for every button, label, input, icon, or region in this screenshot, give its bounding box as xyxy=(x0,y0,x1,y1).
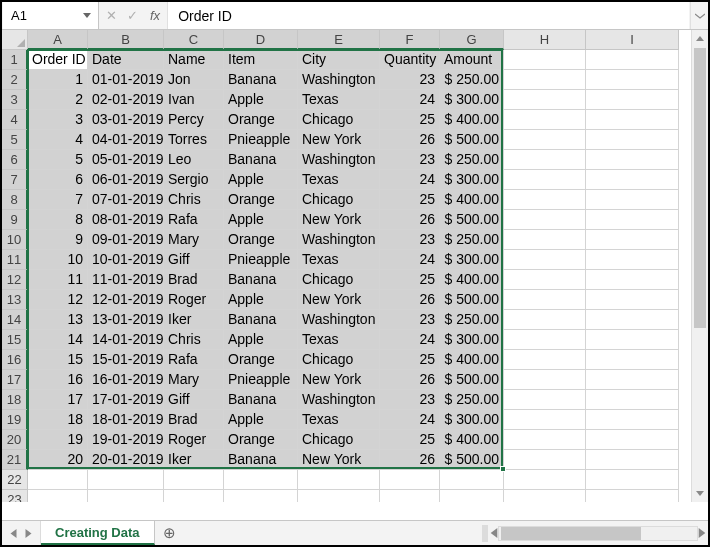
cell[interactable] xyxy=(504,110,586,130)
col-header-B[interactable]: B xyxy=(88,30,164,50)
row-header-5[interactable]: 5 xyxy=(2,130,28,150)
add-sheet-button[interactable]: ⊕ xyxy=(155,521,185,545)
sheet-prev-icon[interactable] xyxy=(10,529,17,538)
cell[interactable]: 25 xyxy=(380,110,440,130)
cell[interactable]: 2 xyxy=(28,90,88,110)
cell[interactable]: Orange xyxy=(224,190,298,210)
cell[interactable]: Amount xyxy=(440,50,504,70)
cell[interactable]: $ 400.00 xyxy=(440,350,504,370)
cell[interactable]: Apple xyxy=(224,290,298,310)
cell[interactable] xyxy=(504,130,586,150)
cell[interactable]: 20 xyxy=(28,450,88,470)
cell[interactable] xyxy=(586,250,679,270)
cell[interactable] xyxy=(586,170,679,190)
cell[interactable]: 23 xyxy=(380,150,440,170)
cell[interactable]: Rafa xyxy=(164,210,224,230)
cell[interactable]: 09-01-2019 xyxy=(88,230,164,250)
cell[interactable]: Orange xyxy=(224,430,298,450)
cell[interactable]: 23 xyxy=(380,310,440,330)
cell[interactable]: Orange xyxy=(224,350,298,370)
cell[interactable]: 16 xyxy=(28,370,88,390)
cell[interactable]: 08-01-2019 xyxy=(88,210,164,230)
cell[interactable]: 14-01-2019 xyxy=(88,330,164,350)
cell[interactable]: 07-01-2019 xyxy=(88,190,164,210)
row-header-21[interactable]: 21 xyxy=(2,450,28,470)
cell[interactable]: 11-01-2019 xyxy=(88,270,164,290)
cell[interactable]: $ 400.00 xyxy=(440,110,504,130)
cell[interactable] xyxy=(380,490,440,502)
cell[interactable]: Apple xyxy=(224,170,298,190)
cell[interactable]: Mary xyxy=(164,230,224,250)
cell[interactable]: $ 300.00 xyxy=(440,170,504,190)
cell[interactable]: Iker xyxy=(164,450,224,470)
row-header-14[interactable]: 14 xyxy=(2,310,28,330)
cell[interactable] xyxy=(586,270,679,290)
cell[interactable] xyxy=(586,90,679,110)
cell[interactable] xyxy=(504,490,586,502)
cell[interactable]: 1 xyxy=(28,70,88,90)
row-header-17[interactable]: 17 xyxy=(2,370,28,390)
cell[interactable]: Washington xyxy=(298,230,380,250)
cell[interactable]: City xyxy=(298,50,380,70)
cell[interactable] xyxy=(504,230,586,250)
cell[interactable]: Texas xyxy=(298,90,380,110)
cell[interactable]: 24 xyxy=(380,250,440,270)
col-header-A[interactable]: A xyxy=(28,30,88,50)
cell[interactable]: Item xyxy=(224,50,298,70)
row-header-10[interactable]: 10 xyxy=(2,230,28,250)
cell[interactable]: Ivan xyxy=(164,90,224,110)
cell[interactable]: Apple xyxy=(224,330,298,350)
cell[interactable]: 25 xyxy=(380,350,440,370)
cell[interactable]: Washington xyxy=(298,310,380,330)
col-header-E[interactable]: E xyxy=(298,30,380,50)
cell[interactable] xyxy=(586,470,679,490)
row-header-22[interactable]: 22 xyxy=(2,470,28,490)
cell[interactable]: Apple xyxy=(224,90,298,110)
cell[interactable]: 23 xyxy=(380,230,440,250)
row-header-18[interactable]: 18 xyxy=(2,390,28,410)
cell[interactable]: Orange xyxy=(224,110,298,130)
row-header-15[interactable]: 15 xyxy=(2,330,28,350)
cell[interactable]: 03-01-2019 xyxy=(88,110,164,130)
scroll-up-icon[interactable] xyxy=(692,30,708,47)
cell[interactable]: 25 xyxy=(380,430,440,450)
cell[interactable]: $ 500.00 xyxy=(440,290,504,310)
cell[interactable]: Banana xyxy=(224,310,298,330)
cell[interactable]: 11 xyxy=(28,270,88,290)
cell[interactable]: 13-01-2019 xyxy=(88,310,164,330)
cell[interactable]: Sergio xyxy=(164,170,224,190)
vertical-scrollbar[interactable] xyxy=(691,30,708,502)
cell[interactable] xyxy=(504,450,586,470)
scroll-thumb[interactable] xyxy=(694,48,706,328)
cell[interactable]: Name xyxy=(164,50,224,70)
cancel-icon[interactable]: ✕ xyxy=(106,8,117,23)
row-header-3[interactable]: 3 xyxy=(2,90,28,110)
scroll-down-icon[interactable] xyxy=(692,485,708,502)
cell[interactable]: Chris xyxy=(164,330,224,350)
cell[interactable]: Chicago xyxy=(298,190,380,210)
cell[interactable] xyxy=(504,250,586,270)
cell[interactable]: New York xyxy=(298,130,380,150)
cell[interactable] xyxy=(504,410,586,430)
formula-input[interactable]: Order ID xyxy=(167,2,689,29)
cells-grid[interactable]: Order IDDateNameItemCityQuantityAmount10… xyxy=(28,50,679,502)
cell[interactable]: 13 xyxy=(28,310,88,330)
cell[interactable] xyxy=(504,190,586,210)
cell[interactable] xyxy=(586,410,679,430)
hsplit-handle[interactable] xyxy=(482,525,488,542)
cell[interactable]: $ 250.00 xyxy=(440,310,504,330)
row-header-1[interactable]: 1 xyxy=(2,50,28,70)
cell[interactable]: $ 500.00 xyxy=(440,450,504,470)
cell[interactable]: Giff xyxy=(164,390,224,410)
cell[interactable]: Pnieapple xyxy=(224,130,298,150)
row-header-6[interactable]: 6 xyxy=(2,150,28,170)
cell[interactable]: $ 400.00 xyxy=(440,270,504,290)
cell[interactable]: Banana xyxy=(224,70,298,90)
cell[interactable]: Washington xyxy=(298,390,380,410)
cell[interactable]: 12 xyxy=(28,290,88,310)
col-header-C[interactable]: C xyxy=(164,30,224,50)
cell[interactable] xyxy=(224,470,298,490)
cell[interactable]: 01-01-2019 xyxy=(88,70,164,90)
cell[interactable]: Rafa xyxy=(164,350,224,370)
cell[interactable]: 20-01-2019 xyxy=(88,450,164,470)
